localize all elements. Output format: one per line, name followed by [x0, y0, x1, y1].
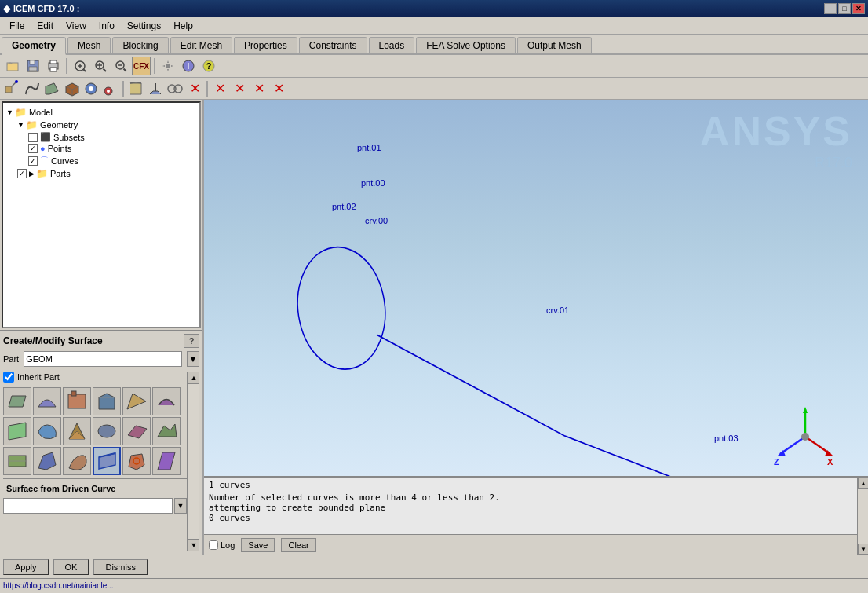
surf-icon-0-0[interactable]: [3, 387, 31, 415]
clear-log-button[interactable]: Clear: [281, 538, 315, 552]
tree-points[interactable]: ● Points: [6, 143, 196, 154]
tree-parts[interactable]: ▶ 📁 Parts: [6, 167, 196, 180]
toolbar-body[interactable]: [62, 79, 81, 98]
driven-curve-dropdown[interactable]: ▼: [174, 498, 187, 514]
viewport[interactable]: ANSYS R17.0 pnt.01 pnt.00 pnt.02 crv.00 …: [204, 100, 868, 555]
surf-icon-0-3[interactable]: [93, 387, 121, 415]
output-scrollbar[interactable]: ▲ ▼: [857, 478, 868, 555]
help-button[interactable]: ?: [184, 334, 199, 348]
surf-icon-2-5[interactable]: [152, 447, 181, 475]
toolbar-surface-create[interactable]: [42, 79, 61, 98]
tab-constraints[interactable]: Constraints: [299, 37, 367, 53]
toolbar-x-mark3[interactable]: ✕: [250, 79, 268, 98]
toolbar-x-mark4[interactable]: ✕: [269, 79, 288, 98]
part-dropdown[interactable]: ▼: [187, 351, 199, 367]
toolbar-zoom-out[interactable]: [111, 57, 130, 75]
surf-icon-2-3[interactable]: [93, 447, 121, 475]
toolbar-curve[interactable]: [23, 79, 42, 98]
toolbar-repair[interactable]: [146, 79, 165, 98]
tab-fea[interactable]: FEA Solve Options: [416, 37, 516, 53]
toolbar-x-mark2[interactable]: ✕: [230, 79, 249, 98]
toolbar-zoom-in[interactable]: [91, 57, 110, 75]
close-button[interactable]: ✕: [852, 3, 865, 14]
tree-geometry[interactable]: ▼ 📁 Geometry: [6, 119, 196, 131]
tab-geometry[interactable]: Geometry: [2, 37, 66, 55]
toolbar-transform[interactable]: [126, 79, 145, 98]
tree-model[interactable]: ▼ 📁 Model: [6, 106, 196, 119]
tree-curves[interactable]: ⌒ Curves: [6, 154, 196, 167]
out-scroll-handle[interactable]: [858, 489, 868, 544]
panel-title: Create/Modify Surface ?: [3, 334, 199, 348]
driven-curve-field[interactable]: [3, 498, 173, 514]
points-checkbox[interactable]: [28, 144, 38, 153]
svg-line-43: [377, 335, 565, 436]
menu-view[interactable]: View: [60, 19, 93, 33]
surf-icon-1-4[interactable]: [122, 417, 151, 445]
toolbar-sep2: [154, 58, 155, 74]
tab-properties[interactable]: Properties: [234, 37, 297, 53]
maximize-button[interactable]: □: [838, 3, 851, 14]
left-panel: ▼ 📁 Model ▼ 📁 Geometry ⬛ Subsets ● Point…: [0, 100, 204, 555]
svg-point-51: [801, 433, 809, 441]
menu-edit[interactable]: Edit: [31, 19, 60, 33]
ok-button[interactable]: OK: [53, 559, 89, 575]
tab-loads[interactable]: Loads: [369, 37, 415, 53]
surf-icon-1-0[interactable]: [3, 417, 31, 445]
log-checkbox[interactable]: [209, 540, 218, 550]
surf-icon-1-1[interactable]: [33, 417, 61, 445]
surf-icon-0-2[interactable]: [63, 387, 91, 415]
surf-icon-2-2[interactable]: [63, 447, 91, 475]
toolbar-open[interactable]: [3, 57, 22, 75]
toolbar-zoom-fit[interactable]: [71, 57, 89, 75]
save-log-button[interactable]: Save: [241, 538, 275, 552]
toolbar-save[interactable]: [24, 57, 42, 75]
out-scroll-down[interactable]: ▼: [858, 544, 868, 555]
subsets-checkbox[interactable]: [28, 133, 38, 142]
surf-icon-0-1[interactable]: [33, 387, 61, 415]
part-input[interactable]: [24, 351, 182, 367]
surf-icon-2-1[interactable]: [33, 447, 61, 475]
tab-mesh[interactable]: Mesh: [67, 37, 111, 53]
minimize-button[interactable]: ─: [824, 3, 837, 14]
scroll-up-btn[interactable]: ▲: [188, 372, 199, 384]
dismiss-button[interactable]: Dismiss: [93, 559, 148, 575]
toolbar-settings[interactable]: [159, 57, 177, 75]
surf-icon-1-2[interactable]: [63, 417, 91, 445]
toolbar-info[interactable]: i: [179, 57, 198, 75]
tab-edit-mesh[interactable]: Edit Mesh: [170, 37, 232, 53]
parts-checkbox[interactable]: [17, 169, 27, 178]
inherit-checkbox[interactable]: [3, 372, 14, 383]
menu-info[interactable]: Info: [93, 19, 121, 33]
scroll-down-btn[interactable]: ▼: [188, 539, 199, 551]
label-crv01: crv.01: [546, 306, 569, 315]
left-panel-scrollbar[interactable]: ▲ ▼: [187, 372, 199, 551]
tab-output-mesh[interactable]: Output Mesh: [517, 37, 592, 53]
toolbar-density[interactable]: [101, 79, 120, 98]
surf-icon-1-5[interactable]: [152, 417, 181, 445]
svg-rect-6: [50, 68, 57, 71]
out-scroll-up[interactable]: ▲: [858, 478, 868, 489]
toolbar-x-mark1[interactable]: ✕: [210, 79, 229, 98]
tree-view: ▼ 📁 Model ▼ 📁 Geometry ⬛ Subsets ● Point…: [2, 101, 201, 328]
surf-icon-0-5[interactable]: [152, 387, 181, 415]
toolbar-help[interactable]: ?: [199, 57, 218, 75]
apply-button[interactable]: Apply: [3, 559, 49, 575]
toolbar-print[interactable]: [44, 57, 63, 75]
menu-help[interactable]: Help: [167, 19, 199, 33]
tree-subsets[interactable]: ⬛ Subsets: [6, 131, 196, 143]
surf-icon-1-3[interactable]: [93, 417, 121, 445]
toolbar-delete-geom[interactable]: ✕: [185, 79, 204, 98]
curves-icon: ⌒: [40, 155, 49, 167]
tab-blocking[interactable]: Blocking: [112, 37, 168, 53]
toolbar-material-point[interactable]: [82, 79, 100, 98]
curves-checkbox[interactable]: [28, 156, 38, 166]
menu-file[interactable]: File: [3, 19, 31, 33]
toolbar-cfx[interactable]: CFX: [132, 57, 151, 75]
surf-icon-0-4[interactable]: [122, 387, 151, 415]
subsets-icon: ⬛: [40, 132, 51, 142]
toolbar-point[interactable]: [3, 79, 22, 98]
toolbar-merge[interactable]: [166, 79, 184, 98]
surf-icon-2-4[interactable]: [122, 447, 151, 475]
menu-settings[interactable]: Settings: [121, 19, 167, 33]
surf-icon-2-0[interactable]: [3, 447, 31, 475]
